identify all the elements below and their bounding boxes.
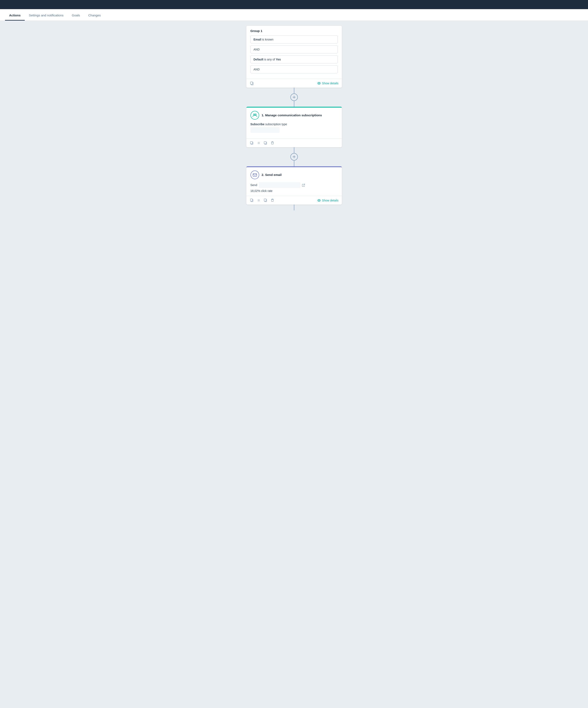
tab-actions[interactable]: Actions xyxy=(5,13,25,21)
svg-point-12 xyxy=(258,143,258,143)
svg-point-6 xyxy=(254,114,255,115)
action-1-move-button[interactable] xyxy=(257,141,261,145)
action-2-copy-button[interactable] xyxy=(249,198,254,203)
svg-rect-24 xyxy=(250,199,252,201)
copy-icon xyxy=(250,81,254,85)
top-navigation-bar xyxy=(0,0,588,9)
eye-icon xyxy=(317,82,321,85)
svg-point-27 xyxy=(258,200,258,200)
external-link-svg xyxy=(302,184,305,187)
svg-point-2 xyxy=(318,82,321,84)
send-row: Send xyxy=(251,182,338,188)
connector-2 xyxy=(290,147,298,166)
svg-rect-33 xyxy=(271,199,273,202)
and-row-1: AND xyxy=(251,46,338,53)
filter-card: Group 1 Email is known AND Default is an… xyxy=(246,26,342,88)
svg-point-29 xyxy=(258,201,258,201)
svg-point-25 xyxy=(258,199,258,200)
svg-point-13 xyxy=(259,143,259,143)
action-card-1-footer xyxy=(246,139,342,147)
svg-rect-1 xyxy=(251,82,253,84)
subscribe-rest: subscription type xyxy=(264,122,287,126)
svg-point-7 xyxy=(255,114,256,115)
external-link-icon[interactable] xyxy=(302,183,305,187)
filter-default-bold: Default xyxy=(254,58,263,61)
filter-default-row[interactable]: Default is any of Yes xyxy=(251,55,338,63)
action-card-1-body: Subscribe subscription type xyxy=(246,122,342,139)
svg-point-11 xyxy=(259,142,259,143)
connector-line-top-2 xyxy=(294,147,294,153)
email-icon xyxy=(252,172,257,177)
action-2-title: Send email xyxy=(265,173,282,177)
svg-point-30 xyxy=(259,201,259,201)
filter-footer-left xyxy=(249,81,254,86)
svg-line-22 xyxy=(303,184,305,185)
svg-point-15 xyxy=(259,144,259,144)
svg-point-3 xyxy=(319,83,320,84)
action-1-copy-button[interactable] xyxy=(249,141,254,145)
eye-icon-action2 xyxy=(317,199,321,202)
action-card-1-header: 1. Manage communication subscriptions xyxy=(246,108,342,122)
svg-rect-18 xyxy=(271,142,273,144)
tab-goals[interactable]: Goals xyxy=(68,13,84,21)
connector-line-top-1 xyxy=(294,88,294,93)
filter-card-footer: Show details xyxy=(246,79,342,88)
svg-point-34 xyxy=(318,199,321,202)
filter-card-body: Group 1 Email is known AND Default is an… xyxy=(246,26,342,79)
plus-icon-1 xyxy=(292,95,296,99)
filter-show-details-button[interactable]: Show details xyxy=(317,82,339,85)
action-2-title-row: 2. Send email xyxy=(262,173,282,177)
action-card-send-email: 2. Send email Send 18,02% click rate xyxy=(246,166,342,205)
svg-point-10 xyxy=(258,142,258,143)
svg-rect-32 xyxy=(264,199,266,201)
action-2-show-details-button[interactable]: Show details xyxy=(317,199,339,202)
svg-rect-17 xyxy=(264,142,266,144)
connector-1 xyxy=(290,88,298,107)
action-2-move-button[interactable] xyxy=(257,198,261,203)
group-title: Group 1 xyxy=(251,29,338,33)
filter-default-rest: is any of xyxy=(263,58,276,61)
action-2-delete-button[interactable] xyxy=(263,198,268,203)
action-card-2-header: 2. Send email xyxy=(246,167,342,181)
tab-settings[interactable]: Settings and notifications xyxy=(25,13,68,21)
show-details-label: Show details xyxy=(322,82,339,85)
action-1-trash-button[interactable] xyxy=(270,141,274,145)
filter-email-bold: Email xyxy=(254,38,261,41)
plus-icon-2 xyxy=(292,155,296,159)
subscription-type-placeholder xyxy=(251,127,280,133)
svg-rect-21 xyxy=(253,174,257,176)
and-label-2: AND xyxy=(254,68,334,71)
copy-icon-action2 xyxy=(250,199,254,202)
action-2-trash-button[interactable] xyxy=(270,198,274,203)
connector-bottom xyxy=(294,205,294,210)
svg-point-35 xyxy=(319,200,320,201)
action-card-2-body: Send 18,02% click rate xyxy=(246,181,342,196)
send-email-placeholder xyxy=(259,182,300,188)
subscribe-bold: Subscribe xyxy=(251,122,265,126)
svg-point-14 xyxy=(258,144,258,144)
connector-line-bottom-final xyxy=(294,205,294,210)
send-label: Send xyxy=(251,183,257,187)
main-content: Group 1 Email is known AND Default is an… xyxy=(0,21,588,708)
trash-icon-action2 xyxy=(271,199,274,202)
copy-icon-action1 xyxy=(250,141,254,145)
move-icon-action2 xyxy=(257,199,261,202)
add-step-button-1[interactable] xyxy=(290,93,298,101)
action-card-2-footer: Show details xyxy=(246,196,342,205)
tab-changes[interactable]: Changes xyxy=(84,13,105,21)
action-1-title: Manage communication subscriptions xyxy=(265,113,322,117)
action-1-number: 1. xyxy=(262,113,264,117)
move-icon-action1 xyxy=(257,141,261,145)
svg-point-26 xyxy=(259,199,259,200)
action-2-footer-icons xyxy=(249,198,274,203)
filter-email-rest: is known xyxy=(261,38,273,41)
add-step-button-2[interactable] xyxy=(290,153,298,160)
action-card-manage-subscriptions: 1. Manage communication subscriptions Su… xyxy=(246,107,342,147)
filter-email-row[interactable]: Email is known xyxy=(251,35,338,43)
action-1-delete-button[interactable] xyxy=(263,141,268,145)
action-2-number: 2. xyxy=(262,173,264,177)
svg-rect-9 xyxy=(250,142,252,144)
people-icon xyxy=(252,113,257,118)
and-row-2: AND xyxy=(251,65,338,73)
filter-copy-button[interactable] xyxy=(249,81,254,86)
